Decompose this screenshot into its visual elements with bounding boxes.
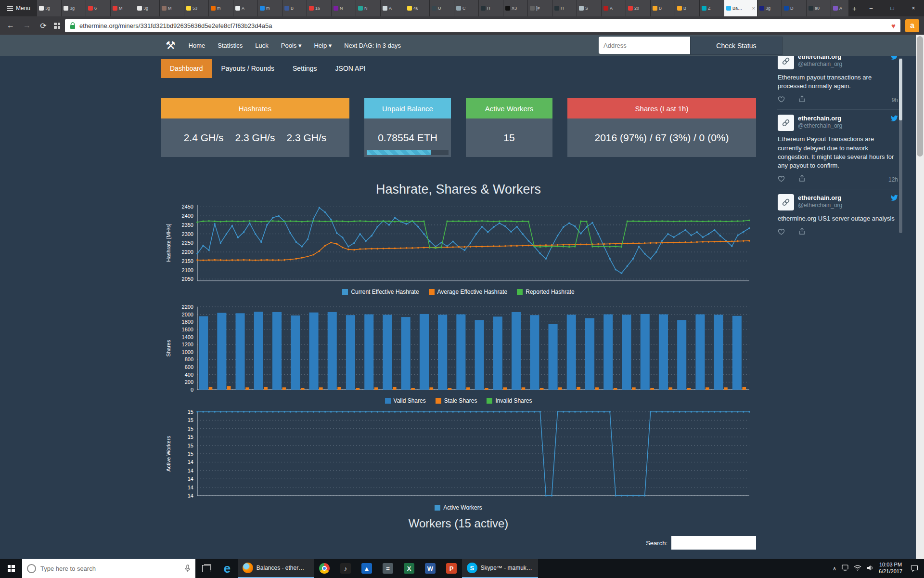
browser-tab[interactable]: 20	[626, 0, 650, 16]
url-bar[interactable]: ethermine.org/miners/331fd321bd92635636d…	[65, 19, 900, 32]
browser-tab[interactable]: 3g	[135, 0, 159, 16]
pocket-heart-icon[interactable]: ♥	[891, 22, 896, 30]
tweet-author-handle[interactable]: @etherchain_org	[798, 122, 886, 129]
browser-tab[interactable]: 3g	[757, 0, 782, 16]
browser-tab[interactable]: S	[577, 0, 601, 16]
browser-tab[interactable]: [#	[528, 0, 552, 16]
browser-tab[interactable]: m	[258, 0, 282, 16]
workers-search-input[interactable]	[671, 536, 756, 550]
tweet-author-handle[interactable]: @etherchain_org	[798, 202, 886, 209]
tweet-share-icon[interactable]	[798, 175, 806, 184]
tray-volume-icon[interactable]	[867, 564, 873, 573]
tweet-like-icon[interactable]	[778, 96, 785, 105]
avatar[interactable]	[778, 115, 794, 131]
browser-tab[interactable]: A	[602, 0, 626, 16]
nav-item-help[interactable]: Help ▾	[308, 42, 338, 49]
browser-tab[interactable]: 3g	[37, 0, 61, 16]
taskbar-app-chrome[interactable]	[314, 559, 335, 578]
taskbar-app-excel[interactable]: X	[398, 559, 420, 578]
ethermine-logo-icon[interactable]: ⚒	[159, 39, 182, 52]
browser-tab[interactable]: A	[381, 0, 405, 16]
browser-menu-button[interactable]: Menu	[0, 0, 37, 16]
tray-chevron-up-icon[interactable]: ∧	[833, 565, 836, 572]
taskbar-app-photos[interactable]: ▲	[356, 559, 377, 578]
browser-tab[interactable]: X3	[503, 0, 527, 16]
refresh-button[interactable]: ⟳	[38, 21, 49, 30]
subtab-payouts---rounds[interactable]: Payouts / Rounds	[212, 59, 284, 78]
browser-tab[interactable]: A	[831, 0, 848, 16]
nav-item-home[interactable]: Home	[182, 42, 212, 49]
page-scrollbar-thumb[interactable]	[917, 36, 923, 157]
subtab-json-api[interactable]: JSON API	[326, 59, 375, 78]
taskbar-app-calculator[interactable]: =	[377, 559, 398, 578]
tweet-like-icon[interactable]	[778, 228, 785, 236]
new-tab-button[interactable]: +	[848, 0, 860, 16]
taskbar-clock[interactable]: 10:03 PM 6/21/2017	[879, 562, 902, 575]
browser-tab[interactable]: 4€	[405, 0, 429, 16]
amazon-assistant-icon[interactable]: a	[905, 19, 919, 32]
action-center-icon[interactable]	[908, 565, 921, 572]
page-scrollbar[interactable]	[916, 35, 924, 559]
avatar[interactable]	[778, 194, 794, 210]
taskbar-window-firefox[interactable]: Balances - ethermi...	[238, 559, 314, 578]
subtab-settings[interactable]: Settings	[283, 59, 326, 78]
forward-button[interactable]: →	[21, 21, 33, 30]
browser-tab[interactable]: N	[332, 0, 356, 16]
browser-tab[interactable]: 6	[86, 0, 110, 16]
browser-tab[interactable]: 16	[307, 0, 331, 16]
microphone-icon[interactable]	[185, 565, 191, 572]
maximize-button[interactable]: □	[882, 0, 903, 16]
minimize-button[interactable]: –	[860, 0, 882, 16]
close-button[interactable]: ×	[903, 0, 924, 16]
browser-tab-active[interactable]: Ba…×	[724, 0, 757, 16]
taskbar-app-edge[interactable]: e	[217, 559, 238, 578]
taskbar-app-word[interactable]: W	[420, 559, 441, 578]
browser-tab[interactable]: 3g	[62, 0, 86, 16]
avatar[interactable]	[778, 56, 794, 69]
taskbar-window-skype[interactable]: SSkype™ - mamuka...	[462, 559, 538, 578]
widget-scrollbar-thumb[interactable]	[899, 59, 902, 120]
nav-item-statistics[interactable]: Statistics	[211, 42, 249, 49]
browser-tab[interactable]: D	[782, 0, 806, 16]
check-status-button[interactable]: Check Status	[690, 37, 783, 55]
tweet-author-name[interactable]: etherchain.org	[798, 56, 886, 61]
tweet-like-icon[interactable]	[778, 175, 785, 184]
taskbar-app-powerpoint[interactable]: P	[441, 559, 462, 578]
browser-tab[interactable]: A	[233, 0, 257, 16]
browser-tab[interactable]: N	[356, 0, 380, 16]
browser-tab[interactable]: 53	[184, 0, 208, 16]
browser-tab[interactable]: B	[675, 0, 699, 16]
tab-grid-icon[interactable]	[54, 23, 60, 29]
browser-tab[interactable]: H	[479, 0, 503, 16]
tray-pc-icon[interactable]	[842, 564, 848, 573]
tweet-author-handle[interactable]: @etherchain_org	[798, 61, 886, 67]
twitter-bird-icon[interactable]	[890, 115, 898, 124]
browser-tab[interactable]: B	[282, 0, 307, 16]
tray-wifi-icon[interactable]	[854, 564, 861, 573]
browser-tab[interactable]: U	[430, 0, 454, 16]
tweet-author-name[interactable]: etherchain.org	[798, 194, 886, 202]
tweet-author-name[interactable]: etherchain.org	[798, 115, 886, 122]
browser-tab[interactable]: B	[651, 0, 675, 16]
browser-tab[interactable]: M	[111, 0, 135, 16]
twitter-bird-icon[interactable]	[890, 56, 898, 63]
tweet-share-icon[interactable]	[798, 95, 806, 105]
subtab-dashboard[interactable]: Dashboard	[161, 59, 212, 78]
browser-tab[interactable]: a0	[807, 0, 831, 16]
browser-tab[interactable]: M	[160, 0, 184, 16]
browser-tab[interactable]: H	[552, 0, 577, 16]
twitter-bird-icon[interactable]	[890, 194, 898, 204]
tweet-share-icon[interactable]	[798, 228, 806, 236]
tab-close-icon[interactable]: ×	[752, 5, 755, 11]
taskbar-app-groove[interactable]: ♪	[335, 559, 356, 578]
browser-tab[interactable]: m	[209, 0, 233, 16]
address-input[interactable]	[599, 37, 690, 54]
browser-tab[interactable]: Z	[700, 0, 724, 16]
start-button[interactable]	[0, 559, 22, 578]
task-view-button[interactable]	[195, 559, 217, 578]
widget-scrollbar[interactable]	[899, 58, 902, 233]
nav-item-luck[interactable]: Luck	[249, 42, 274, 49]
browser-tab[interactable]: C	[454, 0, 478, 16]
taskbar-search[interactable]: Type here to search	[22, 559, 195, 578]
back-button[interactable]: ←	[5, 21, 16, 30]
